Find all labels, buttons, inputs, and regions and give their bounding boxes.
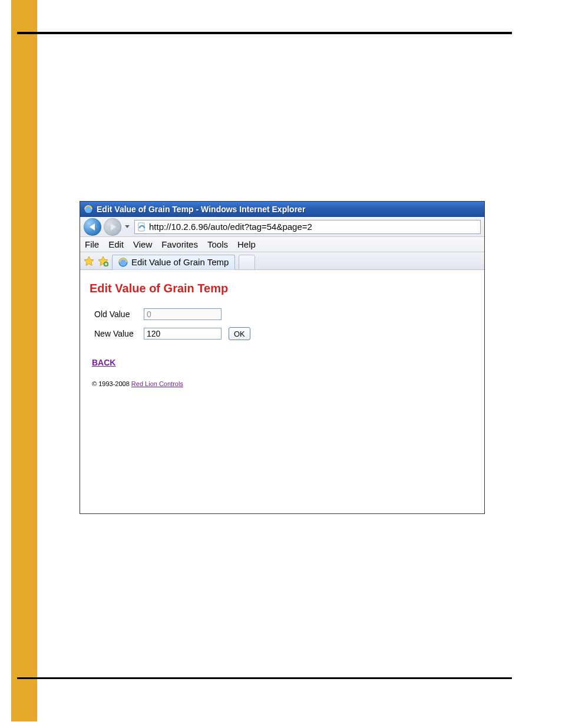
- page-content: Edit Value of Grain Temp Old Value New V…: [80, 270, 484, 396]
- window-titlebar: Edit Value of Grain Temp - Windows Inter…: [80, 202, 484, 217]
- recent-pages-dropdown[interactable]: [125, 225, 130, 228]
- address-text: http://10.2.6.96/auto/edit?tag=54&page=2: [149, 222, 312, 232]
- ie-logo-icon: [84, 205, 93, 214]
- old-value-input: [144, 308, 222, 320]
- add-favorite-icon[interactable]: [98, 256, 108, 266]
- new-value-input[interactable]: [144, 328, 222, 340]
- svg-marker-2: [84, 256, 94, 265]
- menu-edit[interactable]: Edit: [108, 239, 124, 249]
- sidebar-gold-bar: [11, 0, 37, 722]
- old-value-row: Old Value: [94, 308, 475, 320]
- new-value-label: New Value: [94, 329, 144, 338]
- tab-ie-icon: [118, 258, 128, 267]
- address-bar[interactable]: http://10.2.6.96/auto/edit?tag=54&page=2: [134, 220, 481, 234]
- window-title: Edit Value of Grain Temp - Windows Inter…: [97, 205, 305, 214]
- nav-toolbar: http://10.2.6.96/auto/edit?tag=54&page=2: [80, 217, 484, 237]
- back-button[interactable]: [84, 218, 101, 236]
- forward-button[interactable]: [104, 218, 121, 236]
- ok-button[interactable]: OK: [229, 327, 250, 340]
- browser-tab[interactable]: Edit Value of Grain Temp: [112, 255, 235, 270]
- copyright-footer: © 1993-2008 Red Lion Controls: [92, 380, 475, 387]
- back-link[interactable]: BACK: [92, 358, 115, 367]
- favorites-bar: Edit Value of Grain Temp: [80, 252, 484, 270]
- menu-view[interactable]: View: [133, 239, 152, 249]
- menu-help[interactable]: Help: [237, 239, 256, 249]
- page-icon: [137, 222, 147, 232]
- red-lion-link[interactable]: Red Lion Controls: [131, 380, 183, 387]
- menu-favorites[interactable]: Favorites: [161, 239, 198, 249]
- tab-label: Edit Value of Grain Temp: [131, 257, 229, 267]
- favorites-icon[interactable]: [84, 256, 94, 266]
- menu-file[interactable]: File: [85, 239, 99, 249]
- back-arrow-icon: [90, 223, 95, 230]
- menu-tools[interactable]: Tools: [207, 239, 228, 249]
- top-horizontal-rule: [17, 32, 512, 34]
- browser-window: Edit Value of Grain Temp - Windows Inter…: [80, 201, 485, 514]
- forward-arrow-icon: [111, 223, 116, 230]
- new-value-row: New Value OK: [94, 327, 475, 340]
- new-tab-button[interactable]: [239, 255, 255, 270]
- menu-bar: File Edit View Favorites Tools Help: [80, 237, 484, 252]
- old-value-label: Old Value: [94, 309, 144, 319]
- bottom-horizontal-rule: [17, 677, 512, 679]
- page-heading: Edit Value of Grain Temp: [90, 282, 475, 295]
- copyright-text: © 1993-2008: [92, 380, 131, 387]
